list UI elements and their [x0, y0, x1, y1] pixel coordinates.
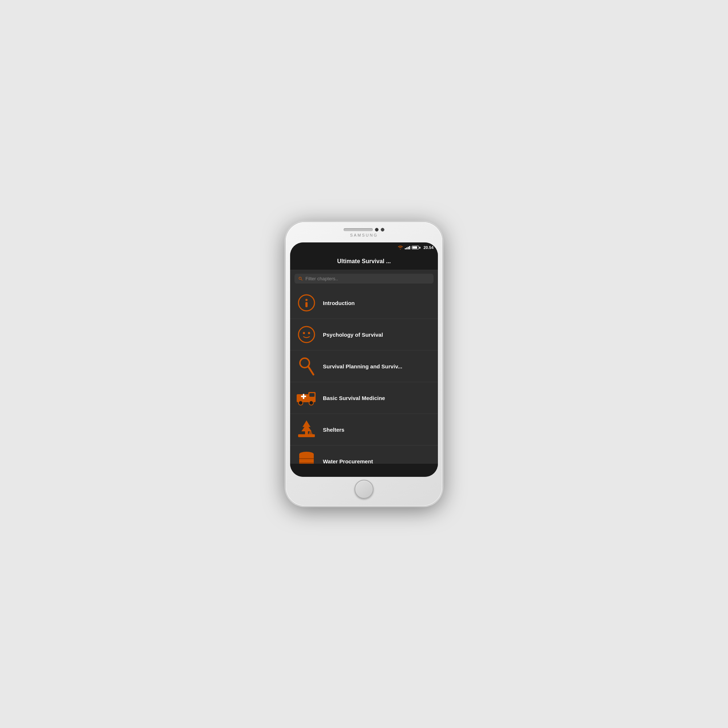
chapter-list: Introduction Psychology of Survival [290, 287, 438, 464]
sensor [381, 228, 384, 231]
phone-top-area [344, 228, 384, 231]
status-bar: 20.54 [290, 242, 438, 252]
signal-icon [405, 246, 410, 249]
chapter-item-planning[interactable]: Survival Planning and Surviv... [290, 350, 438, 382]
chapter-label-medicine: Basic Survival Medicine [323, 395, 385, 401]
svg-line-7 [308, 367, 314, 375]
chapter-label-water: Water Procurement [323, 458, 373, 464]
svg-point-4 [303, 332, 305, 334]
wifi-icon [398, 245, 403, 250]
chapter-label-psychology: Psychology of Survival [323, 332, 383, 338]
magnify-icon [296, 356, 317, 377]
front-camera [375, 228, 379, 231]
status-icons: 20.54 [398, 245, 434, 250]
svg-rect-10 [309, 393, 315, 397]
screen: 20.54 Ultimate Survival ... Filter chapt… [290, 242, 438, 477]
status-time: 20.54 [423, 245, 434, 250]
barrel-icon [296, 451, 317, 464]
chapter-item-water[interactable]: Water Procurement [290, 445, 438, 464]
svg-point-12 [309, 401, 314, 405]
ambulance-icon [296, 387, 317, 408]
search-bar: Filter chapters.. [290, 270, 438, 287]
svg-point-5 [308, 332, 310, 334]
bottom-bar [290, 464, 438, 477]
shelter-icon [296, 419, 317, 440]
chapter-label-introduction: Introduction [323, 300, 355, 306]
home-button[interactable] [355, 480, 373, 499]
chapter-item-shelters[interactable]: Shelters [290, 414, 438, 445]
samsung-label: SAMSUNG [350, 233, 378, 237]
speaker-grille [344, 228, 373, 231]
svg-rect-17 [305, 431, 308, 434]
svg-point-1 [305, 299, 307, 301]
svg-marker-16 [301, 424, 312, 431]
chapter-item-medicine[interactable]: Basic Survival Medicine [290, 382, 438, 414]
search-placeholder: Filter chapters.. [305, 276, 338, 281]
page-wrapper: SAMSUNG [0, 0, 728, 728]
svg-point-11 [298, 401, 303, 405]
search-icon [298, 276, 303, 281]
chapter-label-shelters: Shelters [323, 427, 344, 433]
chapter-item-introduction[interactable]: Introduction [290, 287, 438, 319]
face-icon [296, 324, 317, 345]
svg-point-3 [298, 327, 315, 343]
svg-rect-18 [298, 434, 315, 437]
battery-icon [412, 246, 421, 249]
svg-rect-2 [305, 302, 307, 307]
chapter-label-planning: Survival Planning and Surviv... [323, 363, 402, 369]
chapter-item-psychology[interactable]: Psychology of Survival [290, 319, 438, 350]
app-title: Ultimate Survival ... [337, 258, 391, 265]
phone-shell: SAMSUNG [286, 222, 442, 506]
svg-rect-14 [303, 394, 304, 399]
search-input-container[interactable]: Filter chapters.. [294, 274, 434, 284]
app-header: Ultimate Survival ... [290, 252, 438, 270]
info-icon [296, 292, 317, 314]
